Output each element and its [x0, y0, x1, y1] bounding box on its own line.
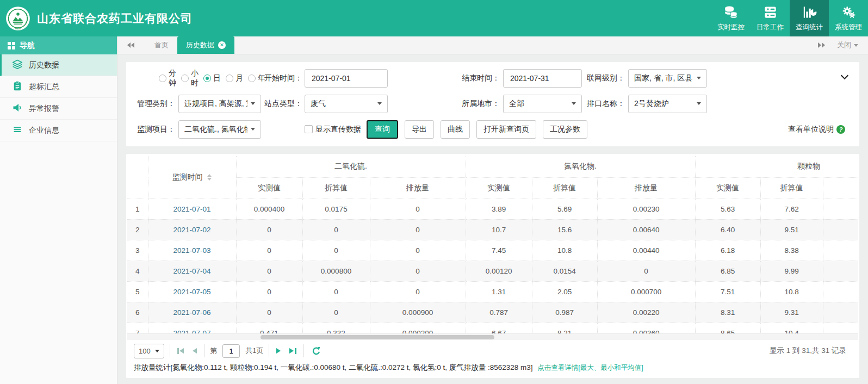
monitor-item-label: 监测项目：	[133, 125, 175, 134]
nav-daily-work[interactable]: 日常工作	[751, 0, 790, 36]
date-cell[interactable]: 2021-07-01	[148, 199, 236, 219]
summary-detail-link[interactable]: 点击查看详情[最大、最小和平均值]	[537, 364, 643, 371]
cell	[823, 199, 858, 219]
radio-year[interactable]: 年	[248, 73, 265, 83]
content-area: 分钟 小时 日 月 年 开始时间： 结束时间： 联网级别： 国家, 省, 市, …	[117, 54, 868, 384]
cell: 5.63	[695, 199, 760, 219]
group-header-so2: 二氧化硫.	[236, 156, 466, 177]
date-cell[interactable]: 2021-07-05	[148, 281, 236, 302]
page-size-select[interactable]: 100	[134, 344, 164, 358]
gears-icon	[841, 5, 856, 21]
horizontal-scrollbar[interactable]	[127, 333, 858, 340]
cell: 0.00230	[597, 199, 695, 219]
manage-category-label: 管理类别：	[133, 99, 175, 109]
cell: 1.31	[466, 281, 532, 302]
cell: 10.8	[532, 240, 597, 261]
cell: 0	[302, 219, 370, 240]
row-number: 4	[127, 261, 148, 281]
chevron-down-icon	[377, 102, 382, 105]
sidebar-item-label: 历史数据	[29, 60, 59, 70]
nav-realtime-monitor[interactable]: 实时监控	[711, 0, 751, 36]
first-page-button[interactable]	[176, 348, 186, 354]
cell: 0.000700	[597, 281, 695, 302]
table-row: 7 2021-07-07 0.471 0.332 0.000200 6.67 8…	[127, 323, 858, 333]
tabs-scroll-left-icon[interactable]	[127, 36, 135, 54]
nav-system-management[interactable]: 系统管理	[829, 0, 868, 36]
cell: 0	[236, 302, 302, 323]
speaker-icon	[12, 102, 23, 115]
monitor-item-select[interactable]: 二氧化硫., 氮氧化物., 颗粒	[178, 120, 261, 139]
sidebar-item-abnormal-alarm[interactable]: 异常报警	[0, 98, 117, 120]
tab-history-data[interactable]: 历史数据 ✕	[177, 36, 234, 54]
export-button[interactable]: 导出	[405, 120, 434, 139]
radio-minute[interactable]: 分钟	[159, 69, 176, 88]
city-select[interactable]: 全部	[503, 95, 582, 113]
curve-button[interactable]: 曲线	[441, 120, 470, 139]
database-icon	[724, 5, 739, 21]
radio-month[interactable]: 月	[226, 73, 243, 83]
cell	[823, 323, 858, 333]
cell: 10.7	[466, 219, 532, 240]
site-type-select[interactable]: 废气	[305, 95, 388, 113]
close-icon[interactable]: ✕	[218, 41, 226, 49]
tab-bar: 首页 历史数据 ✕ 关闭	[117, 36, 868, 54]
date-cell[interactable]: 2021-07-03	[148, 240, 236, 261]
network-level-label: 联网级别：	[585, 73, 625, 83]
date-cell[interactable]: 2021-07-06	[148, 302, 236, 323]
prev-page-button[interactable]	[191, 348, 199, 354]
date-cell[interactable]: 2021-07-04	[148, 261, 236, 281]
cell: 0	[236, 261, 302, 281]
cell: 0.0175	[302, 199, 370, 219]
direct-data-checkbox[interactable]	[305, 125, 313, 133]
table-row: 5 2021-07-05 0 0 0 1.31 2.05 0.000700 7.…	[127, 281, 858, 302]
network-level-select[interactable]: 国家, 省, 市, 区县	[628, 69, 707, 88]
sidebar-item-exceedance-summary[interactable]: 超标汇总	[0, 76, 117, 98]
next-page-button[interactable]	[275, 348, 282, 354]
col-header: 折算值	[532, 177, 597, 199]
close-tabs-menu[interactable]: 关闭	[837, 40, 858, 50]
end-time-input[interactable]	[503, 69, 582, 88]
sidebar-item-enterprise-info[interactable]: 企业信息	[0, 120, 117, 141]
cell: 0	[302, 281, 370, 302]
records-info: 显示 1 到 31,共 31 记录	[770, 346, 852, 356]
cell: 6.67	[466, 323, 532, 333]
cell	[823, 261, 858, 281]
cell: 9.99	[760, 261, 823, 281]
page-number-input[interactable]	[222, 344, 240, 358]
radio-day[interactable]: 日	[203, 73, 221, 83]
data-table: 监测时间 二氧化硫. 氮氧化物. 颗粒物 实测值 折算值 排放量 实测值	[127, 156, 858, 333]
scrollbar-thumb[interactable]	[261, 335, 494, 339]
outlet-select[interactable]: 2号焚烧炉	[628, 95, 707, 113]
start-time-input[interactable]	[305, 69, 388, 88]
layers-icon	[12, 59, 23, 71]
open-new-query-button[interactable]: 打开新查询页	[476, 120, 536, 139]
radio-hour[interactable]: 小时	[181, 69, 199, 88]
table-row: 2 2021-07-02 0 0 0 10.7 15.6 0.00640 6.4…	[127, 219, 858, 240]
date-cell[interactable]: 2021-07-07	[148, 323, 236, 333]
refresh-icon[interactable]	[312, 346, 321, 356]
col-header: 折算值	[760, 177, 823, 199]
clipboard-icon	[12, 80, 23, 93]
query-button[interactable]: 查询	[367, 120, 398, 139]
sidebar-item-history-data[interactable]: 历史数据	[0, 54, 117, 76]
col-header: 实测值	[466, 177, 532, 199]
cell: 0	[302, 302, 370, 323]
cell: 9.31	[760, 302, 823, 323]
row-number: 7	[127, 323, 148, 333]
app-header: MEE 山东省联合农药工业有限公司 实时监控	[0, 0, 868, 36]
last-page-button[interactable]	[288, 348, 298, 354]
unit-help-link[interactable]: 查看单位说明 ?	[788, 125, 853, 134]
server-icon	[763, 5, 778, 21]
date-cell[interactable]: 2021-07-02	[148, 219, 236, 240]
condition-params-button[interactable]: 工况参数	[543, 120, 587, 139]
tabs-scroll-right-icon[interactable]	[817, 42, 825, 48]
manage-category-select[interactable]: 违规项目, 高架源, 重点排	[178, 95, 261, 113]
col-header-time[interactable]: 监测时间	[148, 156, 236, 199]
nav-query-statistics[interactable]: 查询统计	[790, 0, 829, 36]
filter-panel: 分钟 小时 日 月 年 开始时间： 结束时间： 联网级别： 国家, 省, 市, …	[126, 62, 859, 146]
cell: 7.51	[695, 281, 760, 302]
table-row: 1 2021-07-01 0.000400 0.0175 0 3.89 5.69…	[127, 199, 858, 219]
col-header: 实测值	[695, 177, 760, 199]
company-name: 山东省联合农药工业有限公司	[37, 11, 193, 26]
tab-home[interactable]: 首页	[146, 36, 177, 54]
